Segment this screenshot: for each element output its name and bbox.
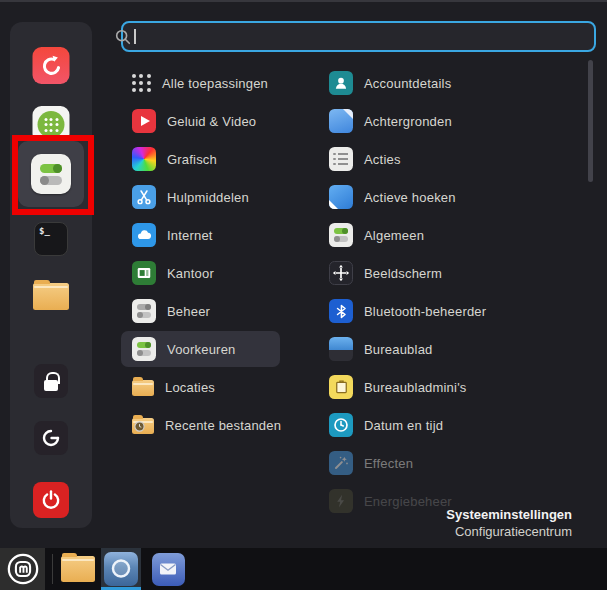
mail-icon	[152, 553, 185, 586]
internet-icon	[132, 223, 156, 247]
search-bar	[121, 21, 596, 52]
preferences-icon	[132, 337, 156, 361]
places-icon	[132, 378, 154, 396]
category-label: Beheer	[167, 304, 210, 319]
category-label: Locaties	[165, 380, 215, 395]
lock-icon	[34, 364, 68, 398]
category-locaties[interactable]: Locaties	[121, 369, 280, 405]
app-item-label: Algemeen	[364, 228, 424, 243]
logout-icon	[34, 421, 68, 455]
category-alle-toepassingen[interactable]: Alle toepassingen	[121, 65, 280, 101]
terminal-icon: $_	[34, 222, 68, 256]
graphics-icon	[132, 147, 156, 171]
category-internet[interactable]: Internet	[121, 217, 280, 253]
app-item-bluetooth-beheerder[interactable]: Bluetooth-beheerder	[318, 293, 590, 329]
app-item-label: Bureaublad	[364, 342, 433, 357]
accessories-icon	[132, 185, 156, 209]
favorite-power[interactable]	[33, 482, 69, 518]
favorite-software-manager[interactable]	[33, 106, 70, 143]
effects-icon	[329, 451, 353, 475]
desktop-icon	[329, 337, 353, 361]
favorite-terminal[interactable]: $_	[34, 222, 68, 256]
app-item-label: Bureaubladmini's	[364, 380, 467, 395]
files-tb-icon	[61, 556, 95, 582]
category-label: Internet	[167, 228, 213, 243]
account-details-icon	[329, 71, 353, 95]
app-item-label: Datum en tijd	[364, 418, 443, 433]
category-beheer[interactable]: Beheer	[121, 293, 280, 329]
category-voorkeuren[interactable]: Voorkeuren	[121, 331, 280, 367]
desktop-screen: $_ Alle toepassingenGeluid & VideoGrafis…	[0, 0, 607, 590]
taskbar-mail[interactable]	[148, 548, 188, 590]
power-off-icon	[33, 482, 69, 518]
category-label: Voorkeuren	[167, 342, 236, 357]
taskbar-browser[interactable]	[101, 548, 141, 590]
app-item-accountdetails[interactable]: Accountdetails	[318, 65, 590, 101]
selection-info: Systeeminstellingen Configuratiecentrum	[446, 506, 572, 540]
app-item-effecten[interactable]: Effecten	[318, 445, 590, 481]
main-menu: $_ Alle toepassingenGeluid & VideoGrafis…	[0, 2, 607, 548]
app-item-label: Achtergronden	[364, 114, 452, 129]
power-management-icon	[329, 489, 353, 513]
app-item-bureaublad[interactable]: Bureaublad	[318, 331, 590, 367]
taskbar-separator	[52, 554, 53, 584]
app-item-bureaubladmini-s[interactable]: Bureaubladmini's	[318, 369, 590, 405]
favorite-lock-screen[interactable]	[34, 364, 68, 398]
bluetooth-icon	[329, 299, 353, 323]
category-recente-bestanden[interactable]: Recente bestanden	[121, 407, 280, 443]
favorite-logout[interactable]	[34, 421, 68, 455]
actions-icon	[329, 147, 353, 171]
category-grafisch[interactable]: Grafisch	[121, 141, 280, 177]
display-icon	[329, 261, 353, 285]
app-item-label: Acties	[364, 152, 401, 167]
office-icon	[132, 261, 156, 285]
sound-video-icon	[132, 109, 156, 133]
scrollbar-thumb[interactable]	[588, 60, 593, 182]
app-grid-icon	[132, 74, 151, 93]
category-hulpmiddelen[interactable]: Hulpmiddelen	[121, 179, 280, 215]
favorite-system-settings[interactable]	[18, 141, 84, 207]
app-item-beeldscherm[interactable]: Beeldscherm	[318, 255, 590, 291]
app-item-acties[interactable]: Acties	[318, 141, 590, 177]
files-icon	[33, 283, 69, 310]
category-label: Alle toepassingen	[162, 76, 268, 91]
category-list: Alle toepassingenGeluid & VideoGrafischH…	[121, 65, 280, 445]
app-item-label: Energiebeheer	[364, 494, 452, 509]
mint-logo-icon	[6, 552, 40, 586]
category-label: Recente bestanden	[165, 418, 281, 433]
selected-app-title: Systeeminstellingen	[446, 506, 572, 523]
app-item-datum-en-tijd[interactable]: Datum en tijd	[318, 407, 590, 443]
browser-icon	[33, 47, 70, 84]
app-item-achtergronden[interactable]: Achtergronden	[318, 103, 590, 139]
favorite-files[interactable]	[33, 283, 69, 310]
favorite-web-browser[interactable]	[33, 47, 70, 84]
system-settings-icon	[31, 154, 71, 194]
app-item-label: Accountdetails	[364, 76, 451, 91]
general-icon	[329, 223, 353, 247]
administration-icon	[132, 299, 156, 323]
selected-app-subtitle: Configuratiecentrum	[446, 523, 572, 540]
category-kantoor[interactable]: Kantoor	[121, 255, 280, 291]
category-geluid-video[interactable]: Geluid & Video	[121, 103, 280, 139]
taskbar	[0, 548, 607, 590]
search-icon	[114, 28, 132, 46]
app-item-algemeen[interactable]: Algemeen	[318, 217, 590, 253]
app-item-label: Beeldscherm	[364, 266, 442, 281]
search-input[interactable]	[133, 25, 563, 48]
date-time-icon	[329, 413, 353, 437]
app-item-label: Bluetooth-beheerder	[364, 304, 486, 319]
desklets-icon	[329, 375, 353, 399]
app-item-label: Effecten	[364, 456, 413, 471]
category-label: Grafisch	[167, 152, 217, 167]
taskbar-menu-button[interactable]	[0, 548, 45, 590]
app-item-label: Actieve hoeken	[364, 190, 456, 205]
software-manager-icon	[33, 106, 70, 143]
app-item-actieve-hoeken[interactable]: Actieve hoeken	[318, 179, 590, 215]
chromium-icon	[104, 552, 138, 586]
backgrounds-icon	[329, 109, 353, 133]
recent-files-icon	[132, 416, 154, 434]
favorites-sidebar: $_	[10, 22, 92, 528]
category-label: Geluid & Video	[167, 114, 256, 129]
hot-corners-icon	[329, 185, 353, 209]
taskbar-files[interactable]	[58, 548, 98, 590]
